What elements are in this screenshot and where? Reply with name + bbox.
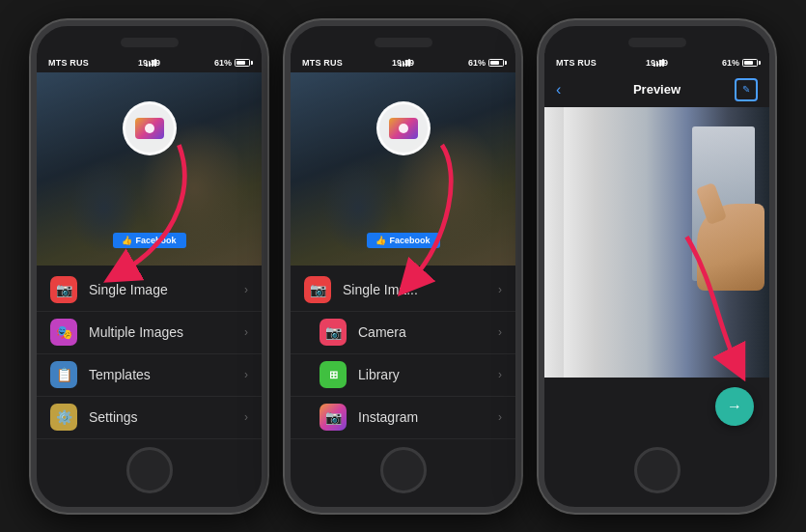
- facebook-badge-1: 👍 Facebook: [112, 233, 185, 248]
- battery-icon-3: [742, 59, 758, 67]
- menu-list-2: 📷 Single Ima... › 📷 Camera › ⊞ Library ›…: [291, 266, 515, 445]
- menu-item-multiple-images[interactable]: 🎭 Multiple Images ›: [37, 312, 262, 354]
- app-icon-2: [376, 101, 431, 155]
- status-bar-1: MTS RUS 19:39 61%: [37, 53, 262, 72]
- menu-item-camera[interactable]: 📷 Camera ›: [291, 312, 515, 354]
- menu-item-templates[interactable]: 📋 Templates ›: [37, 354, 262, 397]
- templates-icon: 📋: [50, 361, 77, 388]
- chevron-library: ›: [498, 368, 502, 381]
- preview-title: Preview: [633, 82, 681, 97]
- instagram-icon: 📷: [320, 404, 347, 431]
- menu-item-single-image[interactable]: 📷 Single Image ›: [37, 269, 262, 312]
- multiple-images-icon: 🎭: [50, 319, 77, 346]
- menu-item-rate-us[interactable]: ⭐ Rate us ›: [37, 439, 262, 445]
- single-image-label: Single Image: [89, 282, 244, 297]
- carrier-1: MTS RUS: [48, 58, 89, 68]
- menu-item-library[interactable]: ⊞ Library ›: [291, 354, 515, 397]
- chevron-icon-4: ›: [244, 410, 248, 424]
- facebook-badge-2: 👍 Facebook: [366, 233, 439, 248]
- phone-3: MTS RUS 19:39 61% ‹ Preview ✎: [539, 20, 775, 513]
- single-image-icon-2: 📷: [304, 276, 331, 303]
- settings-icon: ⚙️: [50, 404, 77, 431]
- menu-item-instagram[interactable]: 📷 Instagram ›: [291, 397, 515, 439]
- battery-1: 61%: [214, 58, 250, 68]
- preview-bottom: →: [544, 378, 769, 435]
- phone-1: MTS RUS 19:39 61% 👍: [31, 20, 267, 513]
- edit-button[interactable]: ✎: [735, 78, 758, 101]
- time-1: 19:39: [138, 58, 160, 68]
- back-button[interactable]: ‹: [556, 81, 561, 98]
- carrier-2: MTS RUS: [302, 58, 343, 68]
- library-label: Library: [358, 367, 498, 382]
- chevron-instagram: ›: [498, 410, 502, 424]
- menu-item-settings[interactable]: ⚙️ Settings ›: [37, 397, 262, 439]
- next-button[interactable]: →: [715, 387, 754, 426]
- status-bar-3: MTS RUS 19:39 61%: [544, 53, 769, 72]
- chevron-icon-3: ›: [244, 368, 248, 381]
- instagram-label: Instagram: [358, 409, 498, 425]
- time-2: 19:39: [392, 58, 414, 68]
- battery-icon-2: [488, 59, 504, 67]
- multiple-images-label: Multiple Images: [89, 324, 244, 340]
- menu-item-single-image-2[interactable]: 📷 Single Ima... ›: [291, 269, 515, 312]
- phone-2-screen: MTS RUS 19:39 61% 👍: [291, 53, 515, 445]
- menu-list-1: 📷 Single Image › 🎭 Multiple Images › 📋 T…: [37, 266, 262, 445]
- battery-3: 61%: [722, 58, 758, 68]
- status-bar-2: MTS RUS 19:39 61%: [291, 53, 515, 72]
- battery-icon-1: [235, 59, 250, 67]
- app-icon-1: [123, 101, 177, 155]
- preview-header: ‹ Preview ✎: [544, 72, 769, 107]
- time-3: 19:39: [646, 58, 668, 68]
- preview-image: [544, 107, 769, 378]
- battery-2: 61%: [468, 58, 504, 68]
- hero-2: 👍 Facebook: [291, 72, 515, 266]
- phone-2: MTS RUS 19:39 61% 👍: [285, 20, 521, 513]
- single-image-icon: 📷: [50, 276, 77, 303]
- settings-label: Settings: [89, 409, 244, 425]
- single-image-label-2: Single Ima...: [343, 282, 498, 297]
- phone-3-screen: MTS RUS 19:39 61% ‹ Preview ✎: [544, 53, 769, 445]
- chevron-icon-2: ›: [244, 325, 248, 339]
- chevron-camera: ›: [498, 325, 502, 339]
- phone-1-screen: MTS RUS 19:39 61% 👍: [37, 53, 262, 445]
- templates-label: Templates: [89, 367, 244, 382]
- chevron-single: ›: [498, 283, 502, 296]
- library-icon: ⊞: [320, 361, 347, 388]
- carrier-3: MTS RUS: [556, 58, 597, 68]
- menu-item-facebook[interactable]: f Facebook ›: [291, 439, 515, 445]
- camera-inner-icon-2: [389, 118, 418, 139]
- hero-1: 👍 Facebook: [37, 72, 262, 266]
- chevron-icon-1: ›: [244, 283, 248, 296]
- camera-sub-icon: 📷: [320, 319, 347, 346]
- camera-inner-icon-1: [135, 118, 164, 139]
- camera-label: Camera: [358, 324, 498, 340]
